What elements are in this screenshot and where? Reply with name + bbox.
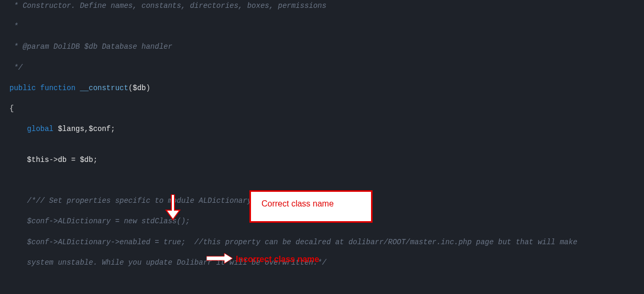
keyword-global: global	[27, 125, 53, 133]
variable-db: $db	[133, 84, 146, 92]
brace-open: {	[9, 104, 14, 113]
comment-line: * @param DoliDB $db Database handler	[9, 42, 172, 51]
annotation-correct-class-name: Correct class name	[249, 190, 373, 223]
comment-line: */	[9, 63, 23, 72]
comment-block: $conf->ALDictionary = new stdClass();	[9, 217, 190, 225]
keyword-public: public	[9, 84, 36, 92]
comment-block: /*// Set properties specific to module A…	[9, 197, 252, 205]
variable-langs: $langs	[58, 125, 84, 133]
arrow-right-icon	[206, 253, 233, 264]
annotation-incorrect-class-name: Incorrect class name	[236, 254, 319, 265]
comment-line: * Constructor. Define names, constants, …	[9, 2, 326, 10]
annotation-correct-label: Correct class name	[261, 199, 334, 208]
variable-this: $this	[27, 156, 49, 164]
variable-conf: $conf	[89, 125, 111, 133]
function-name: __construct	[80, 84, 128, 92]
keyword-function: function	[40, 84, 75, 92]
variable-db: $db	[80, 156, 93, 164]
property-db: db	[58, 156, 67, 164]
arrow-down-icon	[164, 194, 182, 221]
comment-block: $conf->ALDictionary->enabled = true; //t…	[9, 238, 577, 246]
paren-close: )	[146, 84, 150, 92]
code-editor[interactable]: * Constructor. Define names, constants, …	[9, 1, 644, 294]
comment-line: *	[9, 22, 18, 30]
annotation-incorrect-label: Incorrect class name	[236, 255, 319, 264]
